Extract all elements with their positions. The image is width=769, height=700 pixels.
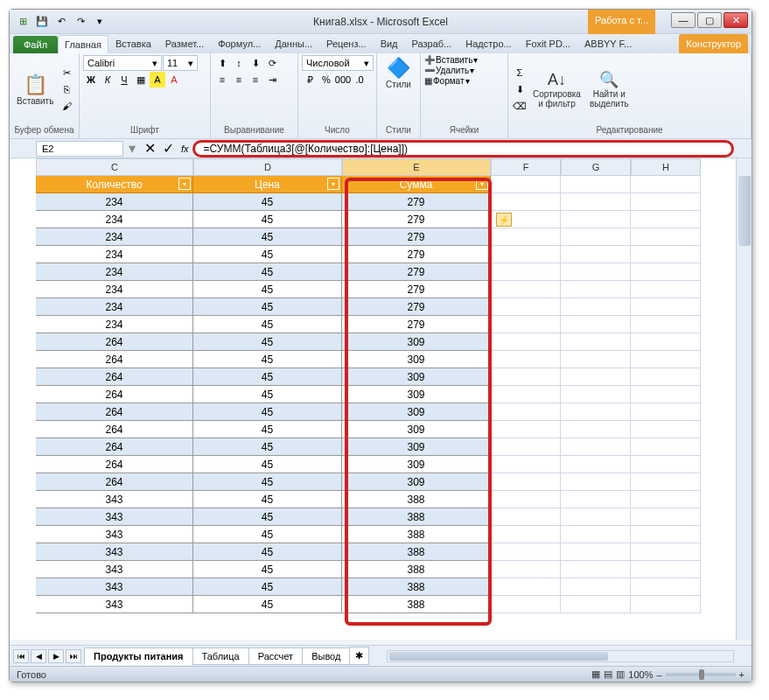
empty-cell[interactable] [491, 193, 561, 211]
col-header-E[interactable]: E [342, 158, 491, 176]
table-cell[interactable]: 279 [342, 263, 491, 281]
empty-cell[interactable] [491, 263, 561, 281]
zoom-level[interactable]: 100% [628, 669, 653, 680]
table-cell[interactable]: 264 [36, 351, 193, 368]
empty-cell[interactable] [561, 526, 631, 543]
empty-cell[interactable] [491, 333, 561, 351]
empty-cell[interactable] [491, 421, 561, 438]
table-cell[interactable]: 45 [193, 298, 342, 316]
table-cell[interactable]: 45 [193, 368, 342, 386]
format-cells-button[interactable]: ▦ Формат ▾ [424, 76, 504, 86]
comma-icon[interactable]: 000 [335, 72, 351, 88]
tab-review[interactable]: Реценз... [319, 34, 374, 53]
tab-dev[interactable]: Разраб... [405, 34, 459, 53]
table-cell[interactable]: 279 [342, 193, 491, 211]
table-cell[interactable]: 45 [193, 403, 342, 421]
table-cell[interactable]: 45 [193, 228, 342, 246]
fx-icon[interactable]: fx [181, 144, 189, 154]
currency-icon[interactable]: ₽ [302, 72, 318, 88]
empty-cell[interactable] [561, 596, 631, 613]
empty-cell[interactable] [491, 543, 561, 561]
tab-home[interactable]: Главная [58, 35, 108, 53]
empty-cell[interactable] [491, 561, 561, 578]
col-header-F[interactable]: F [491, 158, 561, 176]
formula-bar[interactable]: =СУММ(Таблица3[@[Количество]:[Цена]]) [192, 140, 734, 158]
align-bottom-icon[interactable]: ⬇ [248, 55, 263, 71]
view-break-icon[interactable]: ▥ [616, 668, 625, 680]
empty-cell[interactable] [631, 281, 701, 298]
table-cell[interactable]: 45 [193, 246, 342, 263]
empty-cell[interactable] [561, 211, 631, 228]
empty-cell[interactable] [491, 246, 561, 263]
empty-cell[interactable] [561, 578, 631, 596]
empty-cell[interactable] [631, 211, 701, 228]
empty-cell[interactable] [491, 438, 561, 456]
empty-cell[interactable] [561, 403, 631, 421]
table-cell[interactable]: 264 [36, 473, 193, 491]
zoom-out-icon[interactable]: – [656, 669, 661, 680]
empty-cell[interactable] [631, 421, 701, 438]
filter-dropdown-icon[interactable]: ▾ [178, 178, 191, 190]
vertical-scrollbar[interactable] [736, 158, 752, 640]
table-cell[interactable]: 343 [36, 543, 193, 561]
table-cell[interactable]: 309 [342, 368, 491, 386]
col-header-G[interactable]: G [561, 158, 631, 176]
filter-dropdown-icon[interactable]: ▾ [327, 178, 339, 190]
table-cell[interactable]: 279 [342, 298, 491, 316]
empty-cell[interactable] [491, 578, 561, 596]
empty-cell[interactable] [561, 281, 631, 298]
table-cell[interactable]: 343 [36, 596, 193, 613]
empty-cell[interactable] [631, 316, 701, 333]
table-cell[interactable]: 45 [193, 351, 342, 368]
table-cell[interactable]: 343 [36, 578, 193, 596]
enter-formula-icon[interactable]: ✓ [159, 140, 178, 157]
sheet-tab[interactable]: Вывод [302, 648, 350, 665]
hscroll-thumb[interactable] [389, 652, 608, 661]
align-left-icon[interactable]: ≡ [214, 72, 230, 88]
tab-abbyy[interactable]: ABBYY F... [577, 34, 639, 53]
sheet-nav-first-icon[interactable]: ⏮ [13, 649, 29, 663]
sheet-nav-prev-icon[interactable]: ◀ [31, 649, 46, 663]
sheet-tab-active[interactable]: Продукты питания [84, 648, 193, 665]
table-cell[interactable]: 309 [342, 438, 491, 456]
table-cell[interactable]: 45 [193, 281, 342, 298]
table-cell[interactable]: 234 [36, 263, 193, 281]
empty-cell[interactable] [561, 438, 631, 456]
tab-constructor[interactable]: Конструктор [679, 34, 748, 53]
empty-cell[interactable] [631, 298, 701, 316]
empty-cell[interactable] [561, 333, 631, 351]
empty-cell[interactable] [561, 176, 631, 193]
align-middle-icon[interactable]: ↕ [231, 55, 247, 71]
empty-cell[interactable] [561, 421, 631, 438]
empty-cell[interactable] [491, 351, 561, 368]
empty-cell[interactable] [561, 228, 631, 246]
underline-button[interactable]: Ч [116, 72, 132, 88]
table-cell[interactable]: 388 [342, 596, 491, 613]
empty-cell[interactable] [631, 193, 701, 211]
table-cell[interactable]: 45 [193, 561, 342, 578]
cancel-formula-icon[interactable]: ✕ [141, 140, 159, 157]
clear-icon[interactable]: ⌫ [512, 98, 528, 114]
table-header-d[interactable]: Цена▾ [193, 176, 342, 193]
styles-button[interactable]: 🔷 Стили [381, 55, 416, 91]
sheet-tab[interactable]: Таблица [192, 648, 249, 665]
table-cell[interactable]: 45 [193, 596, 342, 613]
empty-cell[interactable] [631, 368, 701, 386]
table-cell[interactable]: 45 [193, 316, 342, 333]
table-cell[interactable]: 388 [342, 561, 491, 578]
table-cell[interactable]: 388 [342, 508, 491, 526]
sheet-nav-next-icon[interactable]: ▶ [48, 649, 64, 663]
table-cell[interactable]: 234 [36, 281, 193, 298]
undo-icon[interactable]: ↶ [53, 14, 69, 30]
empty-cell[interactable] [631, 176, 701, 193]
empty-cell[interactable] [491, 403, 561, 421]
table-cell[interactable]: 234 [36, 211, 193, 228]
table-cell[interactable]: 45 [193, 456, 342, 473]
align-right-icon[interactable]: ≡ [248, 72, 263, 88]
empty-cell[interactable] [561, 508, 631, 526]
table-cell[interactable]: 45 [193, 473, 342, 491]
insert-cells-button[interactable]: ➕ Вставить ▾ [424, 55, 504, 65]
grid[interactable]: 1Количество▾Цена▾Сумма▾22344527932344527… [36, 176, 736, 640]
tab-insert[interactable]: Вставка [108, 34, 158, 53]
empty-cell[interactable] [631, 333, 701, 351]
